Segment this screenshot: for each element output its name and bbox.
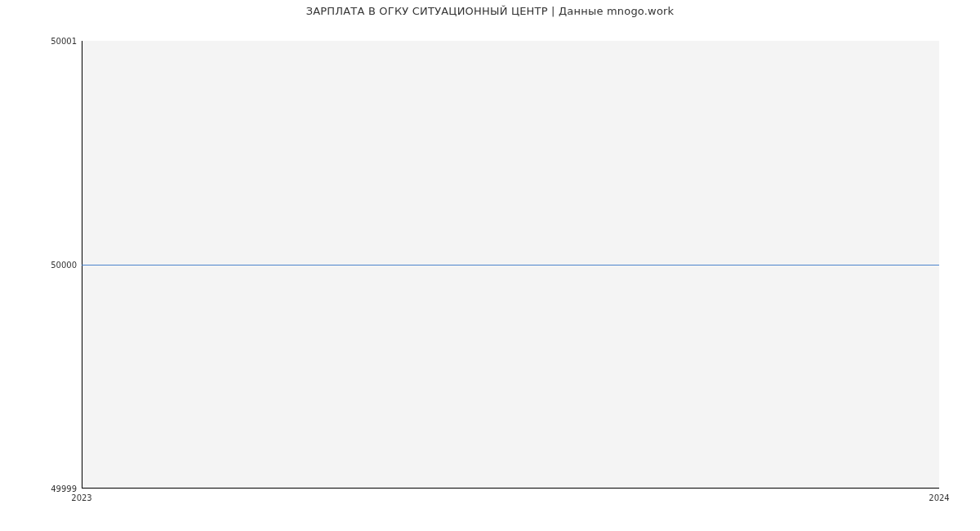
x-tick-label: 2023 bbox=[71, 493, 91, 502]
y-tick-label: 49999 bbox=[3, 484, 77, 493]
y-tick-label: 50001 bbox=[3, 37, 77, 46]
series-line bbox=[82, 265, 939, 266]
chart-container: ЗАРПЛАТА В ОГКУ СИТУАЦИОННЫЙ ЦЕНТР | Дан… bbox=[0, 0, 980, 531]
y-tick-label: 50000 bbox=[3, 261, 77, 270]
chart-title: ЗАРПЛАТА В ОГКУ СИТУАЦИОННЫЙ ЦЕНТР | Дан… bbox=[0, 5, 980, 17]
x-axis-spine bbox=[82, 488, 939, 489]
x-tick-label: 2024 bbox=[929, 493, 949, 502]
